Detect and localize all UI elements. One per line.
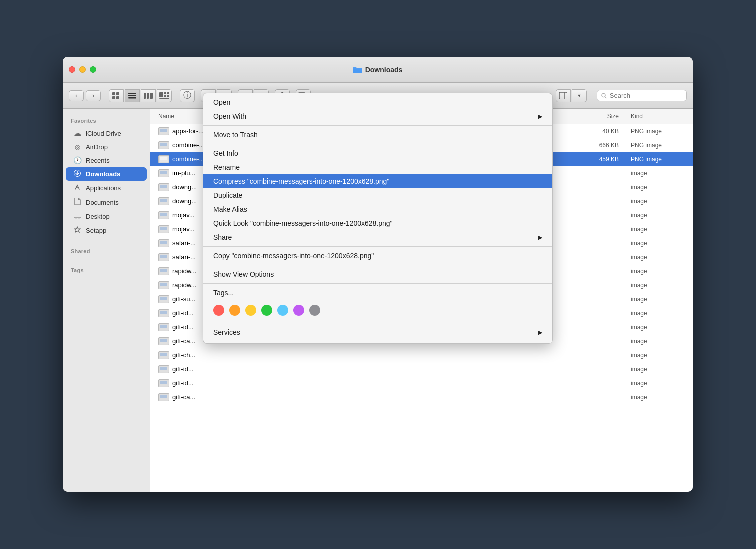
svg-rect-5	[128, 95, 136, 96]
table-row[interactable]: gift-ca... image	[150, 390, 693, 404]
file-size	[573, 382, 623, 386]
icloud-icon: ☁	[73, 129, 82, 138]
list-view-button[interactable]	[125, 90, 140, 102]
file-name: gift-id...	[172, 310, 194, 317]
menu-item-compress[interactable]: Compress "combine-messagers-into-one-120…	[204, 174, 552, 188]
col-header-size[interactable]: Size	[573, 111, 623, 122]
sidebar-item-setapp[interactable]: Setapp	[66, 224, 147, 238]
menu-item-get-info[interactable]: Get Info	[204, 146, 552, 160]
svg-point-25	[602, 94, 606, 97]
svg-rect-34	[160, 129, 168, 132]
tag-color-dot[interactable]	[310, 305, 320, 316]
menu-item-label: Rename	[214, 164, 240, 172]
menu-separator	[204, 284, 552, 284]
sidebar-item-desktop[interactable]: Desktop	[66, 210, 147, 224]
menu-item-tags[interactable]: Tags...	[204, 286, 552, 300]
menu-item-open-with[interactable]: Open With ▶	[204, 110, 552, 124]
col-header-kind[interactable]: Kind	[623, 111, 693, 122]
sidebar-item-label-documents: Documents	[86, 199, 119, 206]
tag-color-dot[interactable]	[214, 305, 224, 316]
menu-item-duplicate[interactable]: Duplicate	[204, 188, 552, 202]
back-button[interactable]: ‹	[69, 90, 84, 102]
image-thumb-icon	[160, 240, 168, 246]
forward-button[interactable]: ›	[86, 90, 101, 102]
svg-rect-12	[164, 96, 166, 98]
file-size	[573, 242, 623, 246]
sidebar-item-airdrop[interactable]: ◎ AirDrop	[66, 141, 147, 154]
table-row[interactable]: gift-id... image	[150, 362, 693, 376]
file-thumbnail	[158, 128, 170, 136]
menu-item-share[interactable]: Share ▶	[204, 230, 552, 244]
sidebar-item-downloads[interactable]: Downloads	[66, 168, 147, 181]
maximize-button[interactable]	[90, 66, 96, 73]
menu-item-make-alias[interactable]: Make Alias	[204, 202, 552, 216]
search-input[interactable]	[610, 92, 682, 100]
image-thumb-icon	[160, 254, 168, 260]
sidebar-item-applications[interactable]: Applications	[66, 182, 147, 195]
panel-icon	[560, 92, 568, 100]
window-title: Downloads	[366, 66, 403, 74]
view-icon-button[interactable]	[109, 90, 124, 102]
svg-rect-40	[160, 171, 168, 174]
svg-rect-66	[160, 353, 168, 356]
file-size: 666 KB	[573, 140, 623, 151]
image-thumb-icon	[160, 352, 168, 358]
file-kind: image	[623, 322, 693, 333]
file-kind: PNG image	[623, 140, 693, 151]
panel-button[interactable]	[556, 90, 571, 102]
svg-rect-38	[160, 157, 168, 160]
menu-item-open[interactable]: Open	[204, 96, 552, 110]
svg-rect-13	[168, 92, 170, 94]
image-thumb-icon	[160, 156, 168, 162]
panel-dropdown[interactable]: ▼	[572, 90, 587, 102]
table-row[interactable]: gift-id... image	[150, 376, 693, 390]
favorites-label: Favorites	[63, 115, 150, 126]
menu-item-label: Move to Trash	[214, 131, 258, 139]
table-row[interactable]: gift-ch... image	[150, 348, 693, 362]
image-thumb-icon	[160, 310, 168, 316]
file-thumbnail	[158, 240, 170, 248]
info-button[interactable]: ⓘ	[180, 90, 195, 102]
sidebar-item-icloud[interactable]: ☁ iCloud Drive	[66, 126, 147, 140]
svg-rect-9	[150, 93, 153, 99]
image-thumb-icon	[160, 380, 168, 386]
file-name: gift-ca...	[172, 338, 196, 345]
tag-color-dot[interactable]	[278, 305, 288, 316]
image-thumb-icon	[160, 142, 168, 148]
close-button[interactable]	[69, 66, 76, 73]
menu-item-show-view-options[interactable]: Show View Options	[204, 268, 552, 282]
svg-rect-50	[160, 241, 168, 244]
file-name: gift-id...	[172, 324, 194, 331]
tag-color-dot[interactable]	[230, 305, 240, 316]
svg-rect-44	[160, 199, 168, 202]
menu-item-move-trash[interactable]: Move to Trash	[204, 128, 552, 142]
file-name: gift-id...	[172, 366, 194, 373]
svg-rect-10	[160, 92, 164, 98]
menu-item-rename[interactable]: Rename	[204, 160, 552, 174]
menu-item-label: Get Info	[214, 150, 238, 158]
menu-item-services[interactable]: Services ▶	[204, 323, 552, 342]
tag-color-dot[interactable]	[294, 305, 304, 316]
menu-item-copy[interactable]: Copy "combine-messagers-into-one-1200x62…	[204, 249, 552, 263]
file-kind: image	[623, 350, 693, 361]
file-thumbnail	[158, 226, 170, 234]
svg-rect-64	[160, 339, 168, 342]
file-size: 40 KB	[573, 126, 623, 137]
sidebar-item-documents[interactable]: Documents	[66, 196, 147, 210]
svg-rect-48	[160, 227, 168, 230]
tag-color-dot[interactable]	[246, 305, 256, 316]
minimize-button[interactable]	[80, 66, 86, 73]
svg-rect-56	[160, 283, 168, 286]
file-size	[573, 340, 623, 344]
submenu-arrow-icon: ▶	[538, 114, 542, 120]
file-kind: image	[623, 392, 693, 403]
menu-item-quick-look[interactable]: Quick Look "combine-messagers-into-one-1…	[204, 216, 552, 230]
file-kind: image	[623, 294, 693, 305]
menu-item-label: Quick Look "combine-messagers-into-one-1…	[214, 220, 393, 228]
gallery-view-button[interactable]	[157, 90, 172, 102]
tag-color-dot[interactable]	[262, 305, 272, 316]
file-date	[310, 396, 573, 400]
image-thumb-icon	[160, 170, 168, 176]
sidebar-item-recents[interactable]: 🕐 Recents	[66, 154, 147, 167]
column-view-button[interactable]	[141, 90, 156, 102]
